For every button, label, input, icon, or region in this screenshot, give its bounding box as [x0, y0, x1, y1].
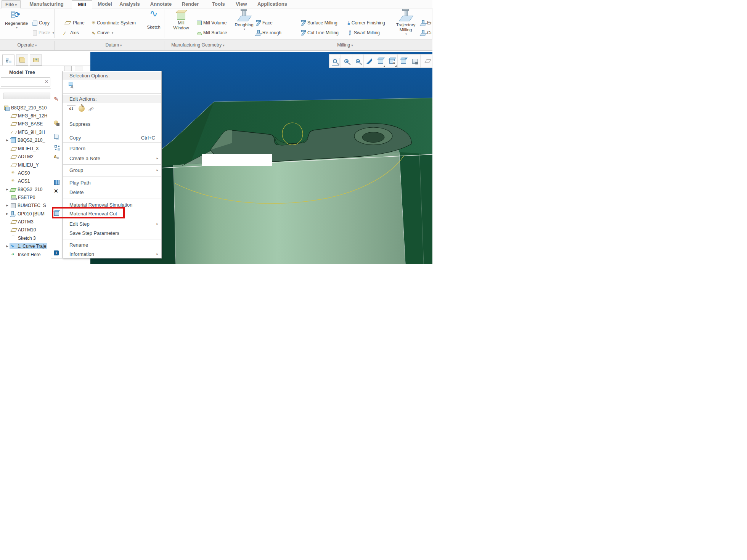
swarf-milling-button[interactable]: Swarf Milling	[348, 29, 380, 37]
menu-item-pattern[interactable]: Pattern	[63, 144, 161, 153]
navigator-tab-model-tree[interactable]	[2, 55, 14, 66]
capture-image-button[interactable]	[409, 55, 421, 67]
axis-button[interactable]: Axis	[64, 29, 79, 37]
menu-item-rename[interactable]: Rename	[63, 240, 161, 249]
custom-button[interactable]: Custo	[420, 29, 432, 37]
tree-item-label: MILIEU_X	[18, 146, 39, 151]
plane-icon	[64, 21, 71, 24]
suppress-icon[interactable]	[54, 120, 60, 126]
play-path-icon[interactable]	[54, 179, 60, 185]
sketch-button[interactable]: Sketch	[143, 9, 164, 39]
tab-analysis[interactable]: Analysis	[117, 0, 142, 8]
corner-finishing-button[interactable]: Corner Finishing	[348, 19, 385, 27]
mill-volume-icon	[197, 21, 202, 25]
nc-sequence-icon	[10, 244, 16, 249]
expand-arrow-icon[interactable]	[5, 212, 9, 215]
delete-x-icon[interactable]	[54, 188, 60, 194]
re-rough-label: Re-rough	[262, 30, 281, 35]
expand-arrow-icon[interactable]	[5, 245, 9, 248]
group-manufacturing-geometry[interactable]: Manufacturing Geometry	[171, 40, 225, 51]
tab-annotate[interactable]: Annotate	[147, 0, 175, 8]
tab-render[interactable]: Render	[178, 0, 203, 8]
tab-manufacturing[interactable]: Manufacturing	[24, 0, 69, 8]
axis-label: Axis	[70, 30, 79, 35]
plane-button[interactable]: Plane	[64, 19, 85, 27]
expand-arrow-icon[interactable]	[5, 188, 9, 191]
assembly-icon	[4, 105, 10, 111]
face-button[interactable]: Face	[255, 19, 273, 27]
navigator-tab-folder-browser[interactable]	[16, 55, 28, 66]
selection-option-icon[interactable]	[69, 82, 72, 86]
capture-image-icon	[412, 59, 418, 64]
fixture-setup-icon	[11, 195, 16, 200]
menu-item-group[interactable]: Group	[63, 165, 161, 175]
zoom-region-button[interactable]	[329, 55, 341, 67]
zoom-in-button[interactable]	[341, 55, 352, 67]
navigator-tab-favorites[interactable]	[30, 55, 42, 66]
tab-tools[interactable]: Tools	[209, 0, 228, 8]
engrave-button[interactable]: Engra	[420, 19, 432, 27]
tab-model[interactable]: Model	[94, 0, 116, 8]
expand-arrow-icon[interactable]	[5, 139, 9, 142]
tree-column-header[interactable]	[3, 93, 50, 99]
regenerate-button[interactable]: Regenerate	[2, 9, 31, 39]
select-cursor-icon[interactable]	[54, 72, 60, 78]
edit-pencil-icon[interactable]	[54, 96, 60, 102]
mill-window-label-2: Window	[173, 26, 189, 30]
tab-view[interactable]: View	[233, 0, 250, 8]
group-datum[interactable]: Datum	[106, 40, 122, 51]
menu-item-edit-step[interactable]: Edit Step	[63, 219, 161, 228]
re-rough-button[interactable]: Re-rough	[255, 29, 281, 37]
copy-icon[interactable]	[54, 133, 60, 139]
mill-window-icon	[177, 12, 185, 20]
edit-references-icon[interactable]	[87, 105, 96, 114]
menu-item-save-step-parameters[interactable]: Save Step Parameters	[63, 228, 161, 237]
expand-arrow-icon[interactable]	[5, 204, 9, 207]
note-icon[interactable]	[54, 154, 60, 160]
annotation-plane-button[interactable]	[421, 55, 432, 67]
menu-item-play-path[interactable]: Play Path	[63, 178, 161, 187]
tab-file[interactable]: File	[2, 0, 21, 8]
clear-search-icon[interactable]	[45, 79, 48, 84]
copy-label: Copy	[39, 20, 50, 26]
mill-volume-button[interactable]: Mill Volume	[197, 19, 227, 27]
tab-applications[interactable]: Applications	[253, 0, 291, 8]
tab-mill[interactable]: Mill	[72, 0, 92, 8]
insert-here-arrow-icon	[11, 252, 16, 257]
group-operate[interactable]: Operate	[18, 40, 37, 51]
copy-button[interactable]: Copy	[33, 19, 50, 27]
menu-item-suppress[interactable]: Suppress	[63, 119, 161, 128]
zoom-out-button[interactable]	[352, 55, 364, 67]
surface-milling-button[interactable]: Surface Milling	[300, 19, 337, 27]
coordinate-system-button[interactable]: Coordinate System	[92, 19, 136, 27]
custom-label: Custo	[427, 30, 432, 35]
sketch-icon	[149, 10, 159, 19]
curve-button[interactable]: Curve	[92, 29, 113, 37]
information-icon[interactable]	[54, 250, 60, 257]
orient-mode-button[interactable]	[398, 55, 409, 67]
mill-surface-button[interactable]: Mill Surface	[197, 29, 227, 37]
datum-plane-icon	[11, 121, 16, 127]
display-style-button[interactable]	[375, 55, 387, 67]
cut-line-milling-button[interactable]: Cut Line Milling	[300, 29, 339, 37]
edit-definition-icon[interactable]	[79, 106, 85, 112]
group-milling-label: Milling	[337, 42, 350, 48]
mill-window-button[interactable]: Mill Window	[168, 9, 194, 39]
tree-search-input[interactable]	[2, 79, 43, 85]
trajectory-milling-button[interactable]: Trajectory Milling	[393, 9, 419, 39]
refit-button[interactable]	[364, 55, 375, 67]
re-rough-icon	[255, 30, 261, 35]
swarf-milling-label: Swarf Milling	[354, 30, 380, 35]
menu-item-copy[interactable]: CopyCtrl+C	[63, 133, 161, 142]
menu-item-delete[interactable]: Delete	[63, 188, 161, 197]
roughing-button[interactable]: Roughing	[233, 9, 255, 39]
menu-item-create-a-note[interactable]: Create a Note	[63, 154, 161, 163]
group-milling[interactable]: Milling	[337, 40, 353, 51]
pattern-icon[interactable]	[54, 144, 60, 151]
paste-button[interactable]: Paste	[33, 29, 54, 37]
menu-item-information[interactable]: Information	[63, 249, 161, 258]
saved-views-button[interactable]	[386, 55, 398, 67]
corner-finishing-icon	[348, 20, 350, 26]
edit-dimension-icon[interactable]: d1	[67, 106, 76, 112]
favorites-tab-icon	[33, 58, 39, 62]
